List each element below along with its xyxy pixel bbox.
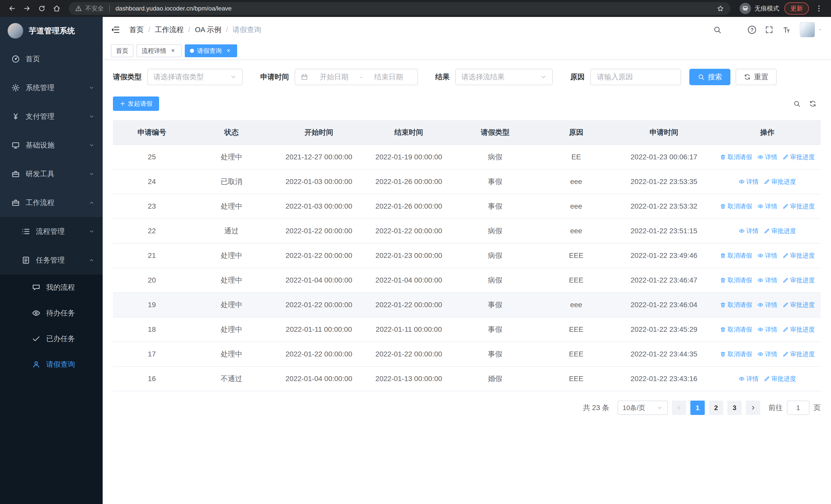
cancel-leave-link[interactable]: 取消请假: [720, 301, 752, 309]
reload-button[interactable]: [35, 2, 49, 16]
forward-button[interactable]: [20, 2, 34, 16]
detail-link[interactable]: 详情: [757, 276, 777, 284]
sidebar-item-todo-tasks[interactable]: 待办任务: [0, 300, 103, 326]
page-button-1[interactable]: 1: [690, 401, 705, 415]
page-size-select[interactable]: 10条/页: [618, 401, 668, 415]
refresh-table-button[interactable]: [809, 100, 816, 108]
jump-unit: 页: [813, 403, 821, 413]
sidebar-item-system-mgmt[interactable]: 系统管理: [0, 73, 103, 102]
cancel-leave-link[interactable]: 取消请假: [720, 276, 752, 284]
user-menu[interactable]: [800, 22, 823, 37]
approval-progress-link[interactable]: 审批进度: [782, 251, 815, 260]
cell-leave-type: 事假: [452, 342, 538, 366]
approval-progress-link[interactable]: 审批进度: [782, 325, 815, 334]
next-page-button[interactable]: [746, 401, 760, 415]
fullscreen-button[interactable]: [765, 25, 774, 34]
search-icon: [697, 73, 705, 81]
sidebar-item-home[interactable]: 首页: [0, 45, 103, 73]
breadcrumb-item-workflow[interactable]: 工作流程: [155, 25, 184, 35]
cell-apply-time: 2022-01-22 23:53:35: [614, 169, 714, 194]
detail-link[interactable]: 详情: [757, 350, 777, 358]
browser-menu-button[interactable]: [812, 2, 826, 16]
breadcrumb-item-oa[interactable]: OA 示例: [195, 25, 222, 35]
approval-progress-link[interactable]: 审批进度: [782, 350, 815, 358]
apply-time-range-picker[interactable]: 开始日期 - 结束日期: [295, 69, 418, 85]
sidebar-item-leave-query[interactable]: 请假查询: [0, 352, 103, 377]
detail-link[interactable]: 详情: [757, 153, 777, 161]
edit-icon: [782, 302, 789, 308]
result-select[interactable]: 请选择流结果: [455, 69, 553, 85]
breadcrumb-item-home[interactable]: 首页: [130, 25, 144, 35]
cancel-leave-link[interactable]: 取消请假: [720, 202, 752, 210]
view-tab-1[interactable]: 流程详情×: [137, 45, 182, 57]
leave-type-label: 请假类型: [113, 72, 142, 82]
sidebar-collapse-button[interactable]: [111, 25, 120, 34]
table-row: 16不通过2022-01-04 00:00:002022-01-13 00:00…: [113, 366, 821, 391]
toggle-search-button[interactable]: [793, 100, 801, 108]
cell-leave-type: 事假: [452, 293, 538, 317]
app-logo[interactable]: 芋道管理系统: [0, 17, 103, 45]
process-list-icon: [22, 227, 30, 236]
update-button[interactable]: 更新: [784, 2, 809, 14]
help-button[interactable]: [748, 26, 756, 34]
approval-progress-link[interactable]: 审批进度: [764, 375, 796, 383]
reason-input[interactable]: [590, 69, 681, 85]
edit-icon: [782, 154, 789, 160]
cancel-leave-link[interactable]: 取消请假: [720, 153, 752, 161]
sidebar-item-payment-mgmt[interactable]: 支付管理: [0, 102, 103, 131]
detail-link[interactable]: 详情: [757, 202, 777, 210]
approval-progress-link[interactable]: 审批进度: [764, 178, 796, 186]
edit-icon: [782, 277, 789, 283]
cancel-leave-link[interactable]: 取消请假: [720, 251, 752, 260]
prev-page-button[interactable]: [672, 401, 686, 415]
search-button[interactable]: 搜索: [689, 69, 730, 85]
sidebar-item-my-process[interactable]: 我的流程: [0, 274, 103, 300]
cell-start-time: 2022-01-04 00:00:00: [272, 366, 366, 391]
reset-button[interactable]: 重置: [736, 69, 777, 85]
app-header: 首页 / 工作流程 / OA 示例 / 请假查询: [103, 17, 831, 42]
github-link[interactable]: [730, 25, 739, 34]
approval-progress-link[interactable]: 审批进度: [782, 301, 815, 309]
home-button[interactable]: [50, 2, 64, 16]
sidebar-item-dev-tools[interactable]: 研发工具: [0, 159, 103, 188]
cell-end-time: 2022-01-26 00:00:00: [366, 169, 452, 194]
bookmark-star-icon[interactable]: [717, 5, 724, 12]
sidebar-item-process-mgmt[interactable]: 流程管理: [0, 217, 103, 246]
close-tab-icon[interactable]: ×: [225, 47, 232, 54]
font-size-button[interactable]: [782, 25, 791, 34]
detail-link[interactable]: 详情: [757, 251, 777, 260]
sidebar-item-workflow[interactable]: 工作流程: [0, 188, 103, 217]
approval-progress-link[interactable]: 审批进度: [782, 202, 815, 210]
close-tab-icon[interactable]: ×: [169, 47, 177, 54]
page-button-3[interactable]: 3: [727, 401, 742, 415]
view-tab-2[interactable]: 请假查询×: [185, 45, 237, 57]
cell-end-time: 2022-01-19 00:00:00: [366, 145, 452, 169]
detail-link[interactable]: 详情: [739, 178, 758, 186]
address-bar[interactable]: 不安全 dashboard.yudao.iocoder.cn/bpm/oa/le…: [69, 2, 730, 15]
jump-page-input[interactable]: [787, 401, 809, 415]
approval-progress-link[interactable]: 审批进度: [764, 227, 796, 235]
leave-type-select[interactable]: 请选择请假类型: [147, 69, 243, 85]
detail-link[interactable]: 详情: [757, 301, 777, 309]
approval-progress-link[interactable]: 审批进度: [782, 276, 815, 284]
back-button[interactable]: [5, 2, 19, 16]
sidebar-item-task-mgmt[interactable]: 任务管理: [0, 246, 103, 274]
approval-progress-link[interactable]: 审批进度: [782, 153, 815, 161]
sidebar-item-infrastructure[interactable]: 基础设施: [0, 131, 103, 159]
detail-link[interactable]: 详情: [739, 227, 758, 235]
page-button-2[interactable]: 2: [709, 401, 723, 415]
detail-link[interactable]: 详情: [739, 375, 758, 383]
chevron-left-icon: [676, 405, 682, 411]
cancel-leave-link[interactable]: 取消请假: [720, 350, 752, 358]
header-search-button[interactable]: [713, 25, 722, 34]
sidebar-item-done-tasks[interactable]: 已办任务: [0, 326, 103, 352]
calendar-icon: [301, 73, 308, 81]
font-size-icon: [782, 25, 791, 34]
view-tab-0[interactable]: 首页: [111, 45, 134, 57]
cell-leave-type: 病假: [452, 145, 538, 169]
cancel-leave-link[interactable]: 取消请假: [720, 325, 752, 334]
detail-link[interactable]: 详情: [757, 325, 777, 334]
active-tab-dot: [190, 49, 194, 53]
cell-start-time: 2022-01-11 00:00:00: [272, 317, 366, 342]
create-leave-button[interactable]: 发起请假: [113, 96, 159, 111]
